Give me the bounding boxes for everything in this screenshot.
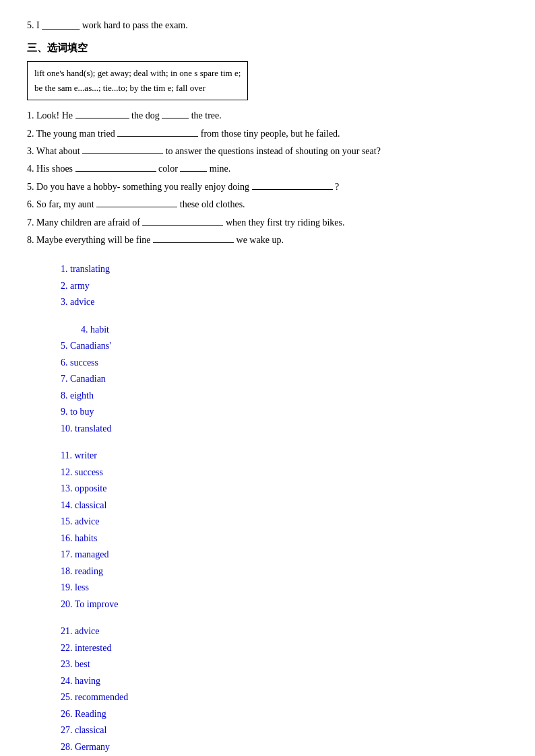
answer-9: 9. to buy — [61, 404, 508, 421]
blank-7 — [142, 225, 223, 226]
answer-13: 13. opposite — [61, 481, 508, 497]
answer-group-11: 11. writer 12. success 13. opposite 14. … — [27, 448, 508, 613]
answer-24: 24. having — [61, 673, 508, 690]
answer-group-4: 4. habit 5. Canadians' 6. success 7. Can… — [27, 322, 508, 438]
answer-25: 25. recommended — [61, 689, 508, 706]
answer-group-1: 1. translating 2. army 3. advice — [27, 261, 508, 311]
blank-5 — [252, 189, 333, 190]
answer-19: 19. less — [61, 580, 508, 596]
answer-1: 1. translating — [61, 261, 508, 278]
blank-6 — [96, 207, 177, 207]
blank-3 — [82, 153, 163, 154]
answer-11: 11. writer — [61, 448, 508, 465]
answer-15: 15. advice — [61, 514, 508, 530]
blank-8 — [153, 242, 234, 243]
wordbox-line1: lift one's hand(s); get away; deal with;… — [34, 66, 241, 81]
answer-5: 5. Canadians' — [61, 338, 508, 355]
answer-22: 22. interested — [61, 640, 508, 657]
answer-10: 10. translated — [61, 421, 508, 438]
answer-14: 14. classical — [61, 497, 508, 514]
sentence-2: 2. The young man tried from those tiny p… — [27, 127, 508, 141]
section-title: 三、选词填空 — [27, 42, 508, 55]
answer-21: 21. advice — [61, 623, 508, 640]
answer-23: 23. best — [61, 656, 508, 673]
answer-16: 16. habits — [61, 530, 508, 547]
sentence-8: 8. Maybe everything will be fine we wake… — [27, 233, 508, 248]
answer-17: 17. managed — [61, 547, 508, 563]
blank-4b — [180, 171, 207, 172]
answers-section: 1. translating 2. army 3. advice 4. habi… — [27, 261, 508, 756]
intro-line5: 5. I ________ work hard to pass the exam… — [27, 20, 508, 31]
sentence-1: 1. Look! He the dog the tree. — [27, 108, 508, 123]
blank-4a — [75, 171, 156, 172]
blank-1a — [75, 118, 129, 118]
answer-3: 3. advice — [61, 294, 508, 311]
blank-2 — [117, 136, 198, 137]
answer-8: 8. eighth — [61, 388, 508, 405]
answer-20: 20. To improve — [61, 596, 508, 613]
answer-18: 18. reading — [61, 563, 508, 580]
answer-6: 6. success — [61, 355, 508, 372]
sentence-5: 5. Do you have a hobby- something you re… — [27, 180, 508, 195]
answer-7: 7. Canadian — [61, 371, 508, 388]
answer-4: 4. habit — [81, 322, 508, 339]
blank-1b — [162, 118, 189, 118]
answer-27: 27. classical — [61, 722, 508, 739]
answer-26: 26. Reading — [61, 706, 508, 723]
answer-2: 2. army — [61, 278, 508, 295]
answer-group-21: 21. advice 22. interested 23. best 24. h… — [27, 623, 508, 756]
sentence-6: 6. So far, my aunt these old clothes. — [27, 197, 508, 212]
answer-12: 12. success — [61, 465, 508, 481]
word-box: lift one's hand(s); get away; deal with;… — [27, 61, 248, 100]
sentence-3: 3. What about to answer the questions in… — [27, 144, 508, 159]
fill-sentences: 1. Look! He the dog the tree. 2. The you… — [27, 108, 508, 248]
sentence-4: 4. His shoes color mine. — [27, 162, 508, 176]
wordbox-line2: be the sam e...as...; tie...to; by the t… — [34, 81, 241, 96]
sentence-7: 7. Many children are afraid of when they… — [27, 215, 508, 230]
answer-28: 28. Germany — [61, 739, 508, 756]
